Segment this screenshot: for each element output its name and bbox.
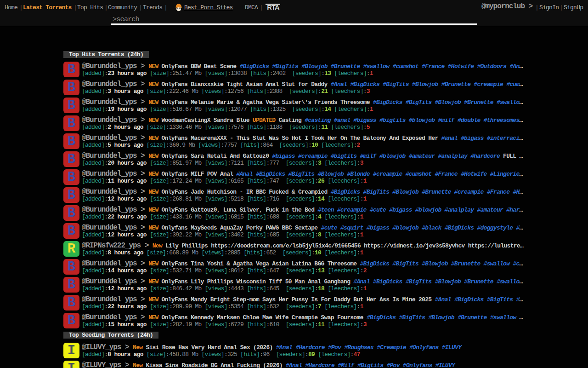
svg-text:RTA: RTA <box>267 4 280 10</box>
